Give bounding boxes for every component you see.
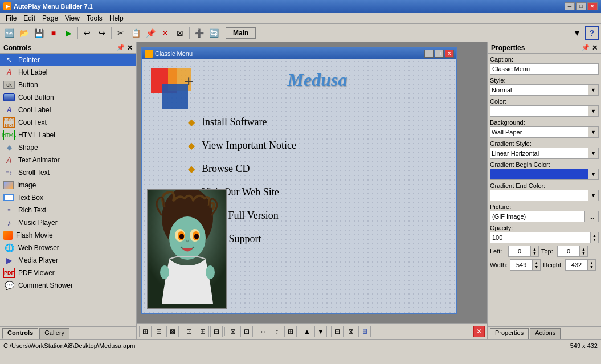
size-h-button[interactable]: ↔ — [257, 326, 269, 337]
left-down[interactable]: ▼ — [533, 251, 537, 255]
menu-entry-2[interactable]: ◆ Browse CD — [142, 157, 456, 181]
canvas-area[interactable]: Classic Menu ─ □ ✕ + Medusa — [137, 42, 487, 339]
menu-edit[interactable]: Edit — [20, 14, 39, 23]
close-button[interactable]: ✕ — [587, 2, 598, 10]
menu-entry-0[interactable]: ◆ Install Software — [142, 111, 456, 134]
control-comment-shower[interactable]: 💬 Comment Shower — [0, 279, 136, 292]
gradient-end-box[interactable] — [490, 190, 588, 201]
style-select[interactable]: Normal — [490, 84, 588, 96]
properties-close-icon[interactable]: ✕ — [592, 44, 598, 52]
control-flash-movie[interactable]: Flash Movie — [0, 229, 136, 242]
copy-button[interactable]: 📋 — [129, 26, 142, 40]
canvas-close-button[interactable]: ✕ — [473, 326, 485, 337]
tab-gallery[interactable]: Gallery — [39, 328, 69, 339]
control-html-label[interactable]: HTML HTML Label — [0, 129, 136, 141]
picture-browse-button[interactable]: ... — [585, 211, 599, 222]
size-both-button[interactable]: ⊞ — [284, 326, 297, 337]
open-button[interactable]: 📂 — [17, 26, 31, 40]
menu-view[interactable]: View — [62, 14, 83, 23]
paste-button[interactable]: 📌 — [144, 26, 157, 40]
picture-input[interactable] — [490, 211, 585, 222]
opacity-up-arrow[interactable]: ▲ — [592, 234, 596, 238]
left-up[interactable]: ▲ — [533, 247, 537, 251]
width-down[interactable]: ▼ — [534, 265, 538, 269]
control-image[interactable]: Image — [0, 179, 136, 191]
space-v-button[interactable]: ⊡ — [240, 326, 253, 337]
minimize-button[interactable]: ─ — [565, 2, 575, 10]
opacity-input[interactable] — [490, 232, 591, 243]
top-down[interactable]: ▼ — [582, 251, 586, 255]
add-page-button[interactable]: ➕ — [192, 26, 206, 40]
gradient-begin-arrow[interactable]: ▼ — [588, 169, 599, 180]
pin-icon[interactable]: 📌 — [117, 44, 125, 52]
align-center-button[interactable]: ⊟ — [153, 326, 165, 337]
menu-page[interactable]: Page — [39, 14, 62, 23]
align-top-button[interactable]: ⊡ — [183, 326, 195, 337]
style-arrow[interactable]: ▼ — [588, 84, 599, 96]
order-front-button[interactable]: ▲ — [301, 326, 313, 337]
main-button[interactable]: Main — [226, 27, 256, 39]
control-media-player[interactable]: ▶ Media Player — [0, 254, 136, 267]
height-down[interactable]: ▼ — [590, 265, 594, 269]
monitor-button[interactable]: 🖥 — [358, 326, 371, 337]
background-arrow[interactable]: ▼ — [588, 126, 599, 138]
control-hot-label[interactable]: A Hot Label — [0, 66, 136, 79]
control-text-box[interactable]: Text Box — [0, 191, 136, 204]
align-right-button[interactable]: ⊠ — [166, 326, 179, 337]
background-select[interactable]: Wall Paper — [490, 126, 588, 138]
menu-entry-1[interactable]: ◆ View Important Notice — [142, 134, 456, 157]
opacity-down-arrow[interactable]: ▼ — [592, 238, 596, 242]
control-button[interactable]: ok Button — [0, 79, 136, 91]
canvas-content[interactable]: + Medusa ◆ Install Software ◆ View Impor… — [142, 59, 456, 313]
menu-tools[interactable]: Tools — [83, 14, 106, 23]
cut-button[interactable]: ✂ — [114, 26, 128, 40]
control-shape[interactable]: ◆ Shape — [0, 141, 136, 154]
window-max-button[interactable]: □ — [435, 50, 444, 58]
size-v-button[interactable]: ↕ — [271, 326, 283, 337]
control-web-browser[interactable]: 🌐 Web Browser — [0, 242, 136, 254]
color-arrow[interactable]: ▼ — [588, 105, 599, 117]
maximize-button[interactable]: □ — [576, 2, 586, 10]
gradient-style-arrow[interactable]: ▼ — [588, 148, 599, 159]
properties-pin-icon[interactable]: 📌 — [582, 44, 590, 52]
control-pdf-viewer[interactable]: PDF PDF Viewer — [0, 267, 136, 279]
ungroup-button[interactable]: ⊠ — [345, 326, 357, 337]
gradient-style-select[interactable]: Linear Horizontal — [490, 148, 588, 159]
control-scroll-text[interactable]: ≡↕ Scroll Text — [0, 166, 136, 179]
align-middle-button[interactable]: ⊞ — [197, 326, 209, 337]
left-input[interactable] — [508, 246, 531, 257]
undo-button[interactable]: ↩ — [80, 26, 94, 40]
menu-file[interactable]: File — [2, 14, 20, 23]
color-box[interactable] — [490, 105, 588, 117]
top-up[interactable]: ▲ — [582, 247, 586, 251]
menu-help[interactable]: Help — [106, 14, 127, 23]
tab-controls[interactable]: Controls — [2, 328, 38, 339]
delete-button[interactable]: ✕ — [158, 26, 172, 40]
control-cool-label[interactable]: A Cool Label — [0, 104, 136, 116]
window-min-button[interactable]: ─ — [424, 50, 434, 58]
space-h-button[interactable]: ⊠ — [227, 326, 239, 337]
redo-button[interactable]: ↪ — [95, 26, 109, 40]
window-close-button[interactable]: ✕ — [445, 50, 454, 58]
control-rich-text[interactable]: ≡ Rich Text — [0, 204, 136, 216]
help-button[interactable]: ? — [585, 26, 599, 40]
tab-actions[interactable]: Actions — [530, 328, 561, 339]
control-music-player[interactable]: ♪ Music Player — [0, 216, 136, 229]
run-button[interactable]: ▶ — [62, 26, 75, 40]
nav-button[interactable]: 🔄 — [207, 26, 220, 40]
gradient-begin-box[interactable] — [490, 169, 588, 180]
align-left-button[interactable]: ⊞ — [139, 326, 152, 337]
stop-button[interactable]: ■ — [47, 26, 60, 40]
gradient-end-arrow[interactable]: ▼ — [588, 190, 599, 201]
control-pointer[interactable]: ↖ Pointer — [0, 54, 136, 66]
width-input[interactable] — [510, 259, 533, 271]
top-input[interactable] — [557, 246, 580, 257]
width-up[interactable]: ▲ — [534, 261, 538, 265]
control-cool-text[interactable]: CoolText Cool Text — [0, 116, 136, 129]
new-button[interactable]: 🆕 — [2, 26, 16, 40]
control-text-animator[interactable]: A Text Animator — [0, 154, 136, 166]
panel-close-icon[interactable]: ✕ — [127, 44, 133, 52]
tab-properties[interactable]: Properties — [490, 328, 529, 339]
height-up[interactable]: ▲ — [590, 261, 594, 265]
caption-input[interactable] — [490, 63, 599, 75]
